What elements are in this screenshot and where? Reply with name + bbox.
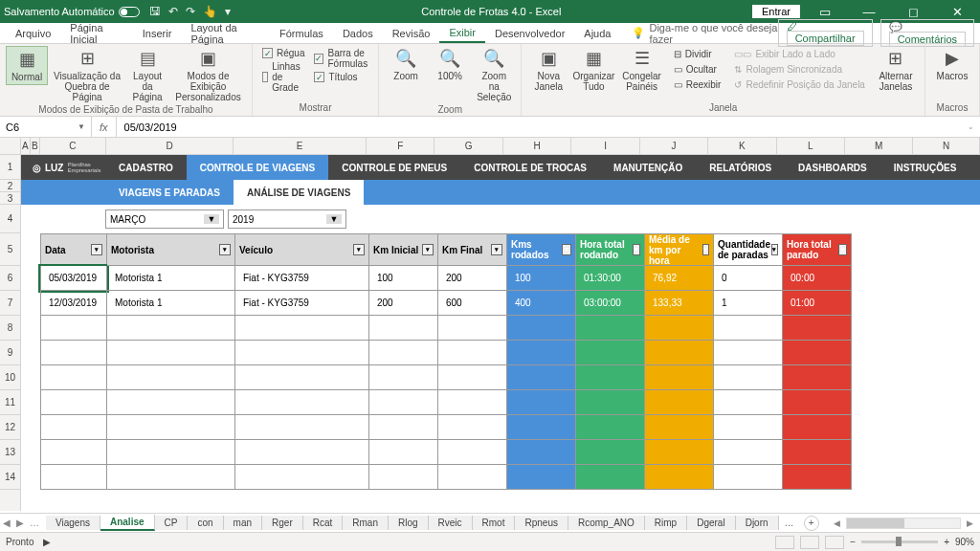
- row-5[interactable]: 5: [0, 233, 20, 266]
- sheet-rimp[interactable]: Rimp: [645, 516, 687, 530]
- tab-ajuda[interactable]: Ajuda: [574, 25, 620, 42]
- row-1[interactable]: 1: [0, 155, 20, 180]
- formula-input[interactable]: 05/03/2019: [117, 121, 962, 133]
- col-I[interactable]: I: [571, 138, 639, 154]
- tab-pagina-inicial[interactable]: Página Inicial: [60, 19, 133, 48]
- sheet-rmot[interactable]: Rmot: [473, 516, 516, 530]
- sheet-rveic[interactable]: Rveic: [429, 516, 473, 530]
- hdr-motorista[interactable]: Motorista▾: [107, 233, 235, 266]
- tab-exibir[interactable]: Exibir: [439, 24, 485, 43]
- zoom-out-button[interactable]: −: [850, 537, 856, 547]
- cell-empty[interactable]: [40, 465, 107, 490]
- tab-formulas[interactable]: Fórmulas: [270, 25, 333, 42]
- cell-med-0[interactable]: 76,92: [645, 266, 714, 291]
- sheet-man[interactable]: man: [224, 516, 262, 530]
- hdr-qtd-paradas[interactable]: Quantidade de paradas▾: [714, 233, 783, 266]
- row-3[interactable]: 3: [0, 192, 20, 205]
- switch-windows-button[interactable]: ⊞Alternar Janelas: [873, 46, 919, 94]
- col-L[interactable]: L: [777, 138, 845, 154]
- select-all-corner[interactable]: [0, 138, 21, 154]
- comments-button[interactable]: 💬 Comentários: [880, 19, 974, 47]
- sheet-con[interactable]: con: [188, 516, 223, 530]
- subnav-viagens-paradas[interactable]: VIAGENS E PARADAS: [105, 180, 234, 205]
- sheet-djorn[interactable]: Djorn: [736, 516, 779, 530]
- nav-cadastro[interactable]: CADASTRO: [105, 155, 187, 180]
- hdr-media-km[interactable]: Média de km por hora▾: [645, 233, 714, 266]
- hdr-veiculo[interactable]: Veículo▾: [235, 233, 369, 266]
- col-J[interactable]: J: [640, 138, 708, 154]
- normal-view-button[interactable]: ▦Normal: [6, 46, 48, 85]
- col-K[interactable]: K: [708, 138, 776, 154]
- zoom-button[interactable]: 🔍Zoom: [385, 46, 427, 83]
- row-7[interactable]: 7: [0, 291, 20, 316]
- nav-controle-trocas[interactable]: CONTROLE DE TROCAS: [460, 155, 600, 180]
- sheet-nav-next[interactable]: ▶: [13, 518, 27, 528]
- row-12[interactable]: 12: [0, 415, 20, 440]
- sheet-analise[interactable]: Analise: [100, 515, 155, 531]
- close-icon[interactable]: ✕: [938, 5, 976, 19]
- zoom-100-button[interactable]: 🔍100%: [429, 46, 471, 83]
- subnav-analise-viagens[interactable]: ANÁLISE DE VIAGENS: [234, 180, 364, 205]
- cell-empty[interactable]: [40, 365, 107, 390]
- cell-qp-1[interactable]: 1: [714, 291, 783, 316]
- tell-me-search[interactable]: 💡 Diga-me o que você deseja fazer: [632, 22, 777, 45]
- redo-icon[interactable]: ↷: [186, 5, 195, 18]
- col-M[interactable]: M: [845, 138, 913, 154]
- hdr-km-inicial[interactable]: Km Inicial▾: [369, 233, 438, 266]
- zoom-slider[interactable]: [861, 540, 938, 543]
- nav-dashboards[interactable]: DASHBOARDS: [785, 155, 880, 180]
- cell-empty[interactable]: [40, 390, 107, 415]
- col-G[interactable]: G: [434, 138, 502, 154]
- row-8[interactable]: 8: [0, 316, 20, 341]
- pagebreak-view-button[interactable]: ⊞Visualização da Quebra de Página: [50, 46, 124, 104]
- horizontal-scrollbar[interactable]: ◀▶: [827, 518, 980, 529]
- row-6[interactable]: 6: [0, 266, 20, 291]
- normal-view-btn[interactable]: [775, 536, 794, 549]
- row-11[interactable]: 11: [0, 390, 20, 415]
- sheet-nav-prev[interactable]: ◀: [0, 518, 13, 528]
- pagelayout-view-button[interactable]: ▤Layout da Página: [126, 46, 168, 104]
- hdr-kms-rodados[interactable]: Kms rodados▾: [507, 233, 576, 266]
- cell-qp-0[interactable]: 0: [714, 266, 783, 291]
- nav-manutencao[interactable]: MANUTENÇÃO: [600, 155, 696, 180]
- sheet-rman[interactable]: Rman: [343, 516, 389, 530]
- cell-kmf-1[interactable]: 600: [438, 291, 507, 316]
- sheet-rger[interactable]: Rger: [262, 516, 303, 530]
- tab-dados[interactable]: Dados: [333, 25, 383, 42]
- tab-arquivo[interactable]: Arquivo: [6, 25, 60, 42]
- autosave-toggle[interactable]: Salvamento Automático: [4, 6, 140, 17]
- minimize-icon[interactable]: —: [850, 5, 888, 19]
- row-4[interactable]: 4: [0, 205, 20, 233]
- formula-expand-icon[interactable]: ⌄: [962, 122, 980, 131]
- cell-vei-1[interactable]: Fiat - KYG3759: [235, 291, 369, 316]
- cell-empty[interactable]: [40, 440, 107, 465]
- gridlines-checkbox[interactable]: Linhas de Grade: [262, 61, 304, 93]
- zoom-in-button[interactable]: +: [944, 537, 949, 547]
- qat-dropdown-icon[interactable]: ▾: [225, 5, 231, 18]
- cell-kmi-1[interactable]: 200: [369, 291, 438, 316]
- row-13[interactable]: 13: [0, 440, 20, 465]
- cell-hp-1[interactable]: 01:00: [783, 291, 852, 316]
- nav-instrucoes[interactable]: INSTRUÇÕES: [880, 155, 970, 180]
- cell-kms-0[interactable]: 100: [507, 266, 576, 291]
- name-box[interactable]: C6▼: [0, 117, 92, 137]
- share-button[interactable]: 🖊 Compartilhar: [778, 19, 873, 47]
- cell-hp-0[interactable]: 00:00: [783, 266, 852, 291]
- hdr-km-final[interactable]: Km Final▾: [438, 233, 507, 266]
- hdr-hora-rodando[interactable]: Hora total rodando▾: [576, 233, 645, 266]
- col-D[interactable]: D: [106, 138, 234, 154]
- tab-inserir[interactable]: Inserir: [133, 25, 182, 42]
- headings-checkbox[interactable]: ✓Títulos: [314, 72, 368, 82]
- namebox-dropdown-icon[interactable]: ▼: [78, 122, 85, 131]
- maximize-icon[interactable]: ◻: [894, 5, 932, 19]
- col-H[interactable]: H: [503, 138, 571, 154]
- col-B[interactable]: B: [31, 138, 40, 154]
- sheet-viagens[interactable]: Viagens: [46, 516, 100, 530]
- sheet-dgeral[interactable]: Dgeral: [687, 516, 735, 530]
- hdr-data[interactable]: Data▾: [40, 233, 107, 266]
- sheet-rcomp-ano[interactable]: Rcomp_ANO: [568, 516, 645, 530]
- nav-controle-viagens[interactable]: CONTROLE DE VIAGENS: [187, 155, 329, 180]
- cell-hr-1[interactable]: 03:00:00: [576, 291, 645, 316]
- sheet-rpneus[interactable]: Rpneus: [515, 516, 568, 530]
- formulabar-checkbox[interactable]: ✓Barra de Fórmulas: [314, 48, 368, 69]
